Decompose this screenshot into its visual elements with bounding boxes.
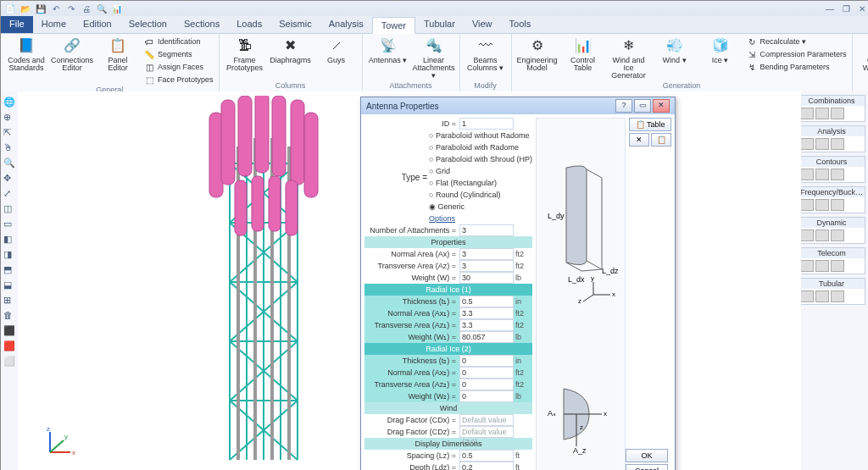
- ribbon-btn-wind-and-ice-generator[interactable]: ❄Wind and Ice Generator: [609, 36, 649, 80]
- field-input[interactable]: 0.5: [459, 450, 514, 462]
- tab-loads[interactable]: Loads: [228, 16, 270, 33]
- tab-tower[interactable]: Tower: [372, 17, 415, 34]
- dialog-titlebar[interactable]: Antenna Properties ? ▭ ✕: [361, 97, 675, 114]
- close-window-button[interactable]: ✕: [859, 4, 865, 14]
- minimize-button[interactable]: —: [826, 4, 834, 14]
- tool-17[interactable]: ⬜: [3, 356, 15, 368]
- field-input[interactable]: Default value (2.0): [459, 426, 514, 438]
- tool-1[interactable]: ⊕: [3, 112, 15, 124]
- panel-combinations[interactable]: Combinations: [798, 95, 865, 122]
- ribbon-btn-face-prototypes[interactable]: ⬚Face Prototypes: [143, 74, 214, 86]
- tool-9[interactable]: ◧: [3, 234, 15, 246]
- panel-contours[interactable]: Contours: [798, 156, 865, 183]
- field-input[interactable]: 3.3: [459, 307, 514, 319]
- tab-home[interactable]: Home: [33, 16, 75, 33]
- qat-button-0[interactable]: 📄: [4, 3, 16, 14]
- type-radio-4[interactable]: ○ Flat (Rectangular): [427, 179, 497, 187]
- tool-6[interactable]: ⤢: [3, 188, 15, 200]
- copy-button[interactable]: 📋: [651, 133, 671, 147]
- panel-analysis[interactable]: Analysis: [798, 125, 865, 152]
- ok-button[interactable]: OK: [626, 449, 668, 462]
- field-input[interactable]: 0: [459, 367, 514, 379]
- panel-frequency-buck-[interactable]: Frequency/Buck…: [798, 186, 865, 213]
- qat-button-1[interactable]: 📂: [19, 3, 31, 14]
- tool-5[interactable]: ✥: [3, 173, 15, 185]
- type-radio-0[interactable]: ○ Paraboloid without Radome: [427, 131, 530, 140]
- ribbon-btn-beams-columns-[interactable]: 〰Beams Columns ▾: [465, 36, 506, 72]
- field-input[interactable]: 0: [459, 379, 514, 390]
- field-input[interactable]: 3: [459, 248, 514, 260]
- tool-11[interactable]: ⬒: [3, 264, 15, 276]
- field-input[interactable]: 30: [459, 272, 514, 284]
- ribbon-btn-codes-and-standards[interactable]: 📘Codes and Standards: [6, 36, 47, 86]
- tab-seismic[interactable]: Seismic: [270, 16, 320, 33]
- tool-13[interactable]: ⊞: [3, 295, 15, 307]
- qat-button-4[interactable]: ↷: [65, 3, 77, 14]
- tool-2[interactable]: ⇱: [3, 127, 15, 139]
- ribbon-btn-linear-attachments-[interactable]: 🔩Linear Attachments ▾: [414, 36, 454, 80]
- panel-dynamic[interactable]: Dynamic: [798, 217, 865, 244]
- ribbon-btn-assign-faces[interactable]: ◫Assign Faces: [143, 61, 214, 73]
- options-link[interactable]: Options: [427, 214, 455, 223]
- field-input[interactable]: 0: [459, 355, 514, 367]
- model-canvas[interactable]: zxy Antenna Properties ? ▭ ✕ ID =1Type =…: [18, 91, 801, 470]
- ribbon-btn-ice-[interactable]: 🧊Ice ▾: [700, 36, 741, 80]
- tool-12[interactable]: ⬓: [3, 279, 15, 291]
- tool-14[interactable]: 🗑: [3, 310, 15, 322]
- cancel-button[interactable]: Cancel: [626, 464, 668, 470]
- field-input[interactable]: 0: [459, 390, 514, 402]
- ribbon-btn-wind-[interactable]: 💨Wind ▾: [654, 36, 695, 80]
- field-input[interactable]: 3.3: [459, 319, 514, 331]
- dialog-help-button[interactable]: ?: [615, 99, 632, 113]
- type-radio-6[interactable]: ◉ Generic: [427, 202, 465, 211]
- qat-button-6[interactable]: 🔍: [96, 3, 108, 14]
- maximize-button[interactable]: ❐: [843, 4, 850, 14]
- qat-button-3[interactable]: ↶: [50, 3, 62, 14]
- tool-16[interactable]: 🟥: [3, 340, 15, 352]
- qat-button-5[interactable]: 🖨: [81, 3, 92, 14]
- ribbon-btn-frame-prototypes[interactable]: 🗜Frame Prototypes: [225, 36, 265, 72]
- tab-selection[interactable]: Selection: [120, 16, 175, 33]
- field-input[interactable]: 0.5: [459, 296, 514, 307]
- field-input[interactable]: 0.2: [459, 462, 514, 470]
- ribbon-btn-identification[interactable]: 🏷Identification: [143, 36, 214, 47]
- type-radio-2[interactable]: ○ Paraboloid with Shroud (HP): [427, 155, 532, 163]
- tab-view[interactable]: View: [464, 16, 501, 33]
- qat-button-7[interactable]: 📊: [111, 3, 123, 14]
- ribbon-btn-antennas-[interactable]: 📡Antennas ▾: [368, 36, 409, 80]
- tool-8[interactable]: ▭: [3, 218, 15, 230]
- tool-0[interactable]: 🌐: [3, 97, 15, 108]
- tab-edition[interactable]: Edition: [75, 16, 120, 33]
- tool-7[interactable]: ◫: [3, 203, 15, 215]
- tab-sections[interactable]: Sections: [175, 16, 228, 33]
- ribbon-btn-guys[interactable]: ⟋Guys: [316, 36, 357, 72]
- tool-4[interactable]: 🔍: [3, 158, 15, 169]
- ribbon-btn-control-table[interactable]: 📊Control Table: [563, 36, 604, 80]
- delete-button[interactable]: ✕: [629, 133, 649, 147]
- field-input[interactable]: 3: [459, 260, 514, 272]
- tab-analysis[interactable]: Analysis: [320, 16, 372, 33]
- panel-tubular[interactable]: Tubular: [798, 278, 865, 305]
- field-input[interactable]: 1: [459, 118, 514, 130]
- ribbon-btn-connections-editor[interactable]: 🔗Connections Editor: [52, 36, 92, 86]
- ribbon-btn-group-wizard-[interactable]: 🧙Group Wizard ▾: [858, 36, 868, 80]
- ribbon-btn-segments[interactable]: 📏Segments: [143, 48, 214, 60]
- tool-15[interactable]: ⬛: [3, 325, 15, 337]
- ribbon-btn-compression-parameters[interactable]: ⇲Compression Parameters: [746, 48, 847, 60]
- tool-10[interactable]: ◨: [3, 249, 15, 261]
- type-radio-5[interactable]: ○ Round (Cylindrical): [427, 191, 500, 199]
- qat-button-2[interactable]: 💾: [35, 3, 47, 14]
- dialog-close-button[interactable]: ✕: [653, 99, 670, 113]
- panel-telecom[interactable]: Telecom: [798, 247, 865, 274]
- ribbon-btn-bending-parameters[interactable]: ↯Bending Parameters: [746, 61, 847, 73]
- ribbon-btn-recalculate-[interactable]: ↻Recalculate ▾: [746, 36, 847, 47]
- field-input[interactable]: 3: [459, 224, 514, 236]
- ribbon-btn-panel-editor[interactable]: 📋Panel Editor: [97, 36, 138, 86]
- field-input[interactable]: 80.057: [459, 331, 514, 343]
- tab-file[interactable]: File: [1, 16, 33, 33]
- tool-3[interactable]: 🖱: [3, 142, 15, 154]
- table-button[interactable]: 📋 Table: [629, 118, 671, 131]
- type-radio-3[interactable]: ○ Grid: [427, 167, 450, 175]
- tab-tubular[interactable]: Tubular: [415, 16, 464, 33]
- dialog-min-button[interactable]: ▭: [634, 99, 651, 113]
